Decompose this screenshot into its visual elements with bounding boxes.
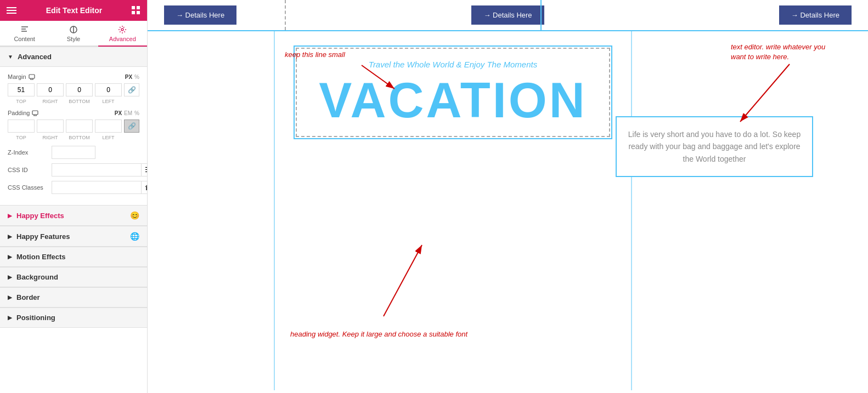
z-index-row: Z-Index <box>8 146 139 159</box>
padding-bottom-input[interactable] <box>66 119 93 133</box>
happy-effects-section[interactable]: ▶ Happy Effects 😊 <box>0 205 147 226</box>
heading-small: Travel the Whole World & Enjoy The Momen… <box>308 60 598 69</box>
padding-px-unit[interactable]: PX <box>115 110 122 116</box>
padding-monitor-icon <box>32 110 38 116</box>
css-classes-row: CSS Classes 🗑 <box>8 181 139 194</box>
margin-units: PX % <box>125 74 139 80</box>
border-arrow-icon: ▶ <box>8 294 12 300</box>
padding-left-input[interactable] <box>95 119 122 133</box>
tab-advanced[interactable]: Advanced <box>98 21 147 47</box>
border-section[interactable]: ▶ Border <box>0 287 147 307</box>
margin-link-button[interactable]: 🔗 <box>124 83 139 96</box>
advanced-arrow-icon: ▼ <box>8 54 13 60</box>
svg-point-1 <box>121 29 123 31</box>
canvas-area: Travel the Whole World & Enjoy The Momen… <box>148 31 868 390</box>
tab-style[interactable]: Style <box>49 21 98 47</box>
motion-effects-section[interactable]: ▶ Motion Effects <box>0 247 147 267</box>
svg-rect-2 <box>29 75 35 78</box>
annotation-2: text editor. write whatever you want to … <box>731 42 841 62</box>
vline-left <box>274 31 275 390</box>
background-section[interactable]: ▶ Background <box>0 267 147 287</box>
padding-top-label: TOP <box>8 135 35 140</box>
z-index-input[interactable] <box>52 146 95 159</box>
padding-bottom-label: BOTTOM <box>66 135 93 140</box>
padding-sub-labels: TOP RIGHT BOTTOM LEFT <box>8 135 139 140</box>
annotation-1: keep this line small <box>285 50 345 59</box>
margin-top-input[interactable]: 51 <box>8 83 35 96</box>
margin-inputs: 51 0 0 0 🔗 <box>8 83 139 96</box>
heading-large: VACATION <box>308 76 598 125</box>
margin-section: Margin PX % 51 0 0 0 🔗 TOP RIGHT BOTTOM … <box>0 67 147 205</box>
right-content: → Details Here → Details Here → Details … <box>148 0 868 393</box>
svg-rect-3 <box>32 111 38 115</box>
svg-line-7 <box>384 245 422 316</box>
grid-menu-icon[interactable] <box>132 6 140 15</box>
margin-right-input[interactable]: 0 <box>37 83 64 96</box>
happy-features-arrow-icon: ▶ <box>8 233 12 240</box>
happy-effects-arrow-icon: ▶ <box>8 213 12 219</box>
css-id-label: CSS ID <box>8 167 52 173</box>
padding-right-label: RIGHT <box>37 135 64 140</box>
panel-tabs: Content Style Advanced <box>0 21 147 47</box>
padding-top-input[interactable] <box>8 119 35 133</box>
padding-field-row: Padding PX EM % <box>8 110 139 116</box>
positioning-section[interactable]: ▶ Positioning <box>0 307 147 328</box>
z-index-label: Z-Index <box>8 149 52 156</box>
tab-content[interactable]: Content <box>0 21 49 47</box>
advanced-section-header[interactable]: ▼ Advanced <box>0 47 147 67</box>
padding-right-input[interactable] <box>37 119 64 133</box>
margin-left-label: LEFT <box>95 99 122 104</box>
padding-left-label: LEFT <box>95 135 122 140</box>
margin-top-label: TOP <box>8 99 35 104</box>
center-text-content: Travel the Whole World & Enjoy The Momen… <box>279 48 627 137</box>
details-button-1[interactable]: → Details Here <box>164 5 236 25</box>
details-button-2[interactable]: → Details Here <box>471 5 544 25</box>
margin-px-unit[interactable]: PX <box>125 74 132 80</box>
details-button-3[interactable]: → Details Here <box>779 5 852 25</box>
text-box: Life is very short and you have to do a … <box>616 116 813 177</box>
padding-percent-unit[interactable]: % <box>134 110 139 116</box>
css-id-menu-button[interactable]: ☰ <box>142 163 148 176</box>
motion-effects-arrow-icon: ▶ <box>8 254 12 260</box>
left-panel: Edit Text Editor Content Style Advanced <box>0 0 148 393</box>
background-arrow-icon: ▶ <box>8 274 12 280</box>
margin-bottom-label: BOTTOM <box>66 99 93 104</box>
padding-units: PX EM % <box>115 110 139 116</box>
margin-percent-unit[interactable]: % <box>134 74 139 80</box>
padding-link-button[interactable]: 🔗 <box>124 119 139 133</box>
annotation-3: heading widget. Keep it large and choose… <box>290 330 467 338</box>
css-classes-label: CSS Classes <box>8 184 52 191</box>
margin-field-row: Margin PX % <box>8 73 139 80</box>
positioning-arrow-icon: ▶ <box>8 315 12 321</box>
panel-title: Edit Text Editor <box>46 6 102 15</box>
css-id-input[interactable] <box>52 163 142 176</box>
margin-left-input[interactable]: 0 <box>95 83 122 96</box>
padding-label: Padding <box>8 110 38 116</box>
padding-inputs: 🔗 <box>8 119 139 133</box>
happy-features-icon: 🌐 <box>130 232 139 241</box>
vline-right <box>631 31 632 390</box>
top-buttons-row: → Details Here → Details Here → Details … <box>148 0 868 31</box>
css-classes-input[interactable] <box>52 181 142 194</box>
text-box-content: Life is very short and you have to do a … <box>628 128 801 165</box>
happy-features-section[interactable]: ▶ Happy Features 🌐 <box>0 226 147 247</box>
svg-line-6 <box>740 64 790 122</box>
margin-sub-labels: TOP RIGHT BOTTOM LEFT <box>8 99 139 104</box>
margin-label: Margin <box>8 73 35 80</box>
margin-bottom-input[interactable]: 0 <box>66 83 93 96</box>
margin-right-label: RIGHT <box>37 99 64 104</box>
happy-effects-icon: 😊 <box>130 211 139 220</box>
padding-em-unit[interactable]: EM <box>124 110 132 116</box>
hamburger-menu-icon[interactable] <box>7 7 16 14</box>
margin-monitor-icon <box>29 73 35 80</box>
css-id-row: CSS ID ☰ <box>8 163 139 176</box>
panel-header: Edit Text Editor <box>0 0 147 21</box>
